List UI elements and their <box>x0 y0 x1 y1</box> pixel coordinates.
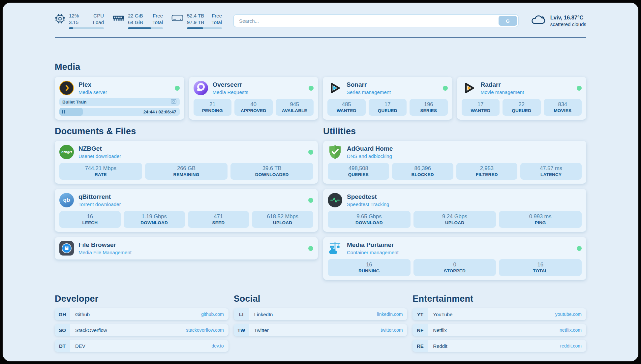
service-title: Radarr <box>481 81 524 88</box>
stat-label: DOWNLOAD <box>125 220 184 225</box>
video-session-icon <box>170 99 177 105</box>
disk-total-label: Total <box>211 19 222 26</box>
stat-available: 945 AVAILABLE <box>276 99 314 116</box>
stat-value: 17 <box>370 101 406 107</box>
stat-wanted: 17 WANTED <box>462 99 500 116</box>
stat-label: BLOCKED <box>393 172 452 177</box>
service-card-plex[interactable]: Plex Media server Bullet Train 24:44 / 0… <box>55 77 184 120</box>
service-subtitle: Container management <box>347 250 399 255</box>
bookmark-group-entertainment: Entertainment YT YouTube youtube.com NF … <box>412 294 586 352</box>
service-subtitle: Media File Management <box>78 250 132 255</box>
bookmark-dev[interactable]: DT DEV dev.to <box>55 340 229 352</box>
stat-value: 16 <box>500 261 580 268</box>
service-subtitle: Movie management <box>481 89 524 95</box>
disk-free-value: 52.4 TB <box>187 13 204 19</box>
bookmark-url: netflix.com <box>560 327 582 333</box>
disk-progress-fill <box>187 27 203 29</box>
service-card-portainer[interactable]: Media Portainer Container management 16 … <box>323 237 586 280</box>
service-title: Sonarr <box>347 81 391 88</box>
cpu-usage-value: 12% <box>69 13 79 19</box>
stat-seed: 471 SEED <box>188 211 249 228</box>
cpu-label: CPU <box>93 13 104 19</box>
status-dot <box>175 86 180 91</box>
service-card-qbittorrent[interactable]: qb qBittorrent Torrent downloader 16 LEE… <box>55 189 318 232</box>
stat-label: DOWNLOADED <box>232 172 312 177</box>
service-card-filebrowser[interactable]: File Browser Media File Management <box>55 237 318 259</box>
stat-value: 40 <box>236 101 271 107</box>
stat-series: 196 SERIES <box>410 99 448 116</box>
app-window: 12% 3.15 CPU Load <box>0 0 641 364</box>
service-subtitle: Speedtest Tracking <box>347 201 389 207</box>
bookmark-abbr: TW <box>234 324 249 336</box>
stat-ping: 0.993 ms PING <box>499 211 582 228</box>
service-title: Media Portainer <box>347 241 399 249</box>
stat-value: 498,508 <box>329 165 388 171</box>
stat-label: MOVIES <box>545 108 581 113</box>
bookmark-netflix[interactable]: NF Netflix netflix.com <box>412 324 586 336</box>
service-card-overseerr[interactable]: Overseerr Media Requests 21 PENDING 40 A… <box>189 77 319 120</box>
stat-value: 16 <box>329 261 409 268</box>
service-title: Plex <box>78 81 107 88</box>
section-title-social: Social <box>234 294 408 304</box>
now-playing-title: Bullet Train <box>62 100 87 105</box>
bookmark-group-developer: Developer GH Github github.com SO StackO… <box>55 294 229 352</box>
stat-remaining: 266 GB REMAINING <box>145 163 228 180</box>
bookmark-twitter[interactable]: TW Twitter twitter.com <box>234 324 408 336</box>
stat-label: TOTAL <box>500 268 580 273</box>
bookmark-name: YouTube <box>433 312 452 317</box>
service-title: Overseerr <box>213 81 248 88</box>
service-card-sonarr[interactable]: Sonarr Series management 485 WANTED 17 Q… <box>323 77 452 120</box>
memory-icon <box>112 14 124 23</box>
stat-upload: 618.52 Mbps UPLOAD <box>252 211 313 228</box>
stat-latency: 47.57 ms LATENCY <box>520 163 582 180</box>
bookmark-stackoverflow[interactable]: SO StackOverflow stackoverflow.com <box>55 324 229 336</box>
nzbget-icon: nzbget <box>59 145 74 159</box>
status-dot <box>308 198 313 203</box>
sonarr-icon <box>327 81 342 95</box>
status-dot <box>308 150 313 155</box>
stat-value: 471 <box>189 213 248 220</box>
service-title: Speedtest <box>347 193 389 200</box>
stat-value: 22 <box>504 101 539 107</box>
search-bar: G <box>233 14 519 27</box>
topbar-divider <box>55 37 586 38</box>
bookmark-github[interactable]: GH Github github.com <box>55 308 229 320</box>
utilities-column: Utilities AdGuard Home <box>323 126 586 280</box>
disk-widget: 52.4 TB 97.9 TB Free Total <box>171 13 222 29</box>
bookmark-name: DEV <box>75 343 85 349</box>
bookmark-reddit[interactable]: RE Reddit reddit.com <box>412 340 586 352</box>
search-input[interactable] <box>233 14 519 27</box>
service-card-adguard[interactable]: AdGuard Home DNS and adblocking 498,508 … <box>323 141 586 184</box>
now-playing-progress-bar: 24:44 / 02:06:47 <box>59 108 180 116</box>
stat-leech: 16 LEECH <box>59 211 121 228</box>
bookmark-name: Reddit <box>433 343 447 349</box>
stat-approved: 40 APPROVED <box>234 99 273 116</box>
bookmark-name: Netflix <box>433 327 447 333</box>
documents-column: Documents & Files nzbget NZBGet Usenet d… <box>55 126 318 280</box>
cpu-progress-fill <box>69 27 73 29</box>
disk-free-label: Free <box>211 13 222 19</box>
stat-value: 744.21 Mbps <box>61 165 141 171</box>
cpu-widget: 12% 3.15 CPU Load <box>55 13 104 29</box>
disk-total-value: 97.9 TB <box>187 19 204 26</box>
service-card-radarr[interactable]: Radarr Movie management 17 WANTED 22 QUE… <box>457 77 587 120</box>
service-card-speedtest[interactable]: Speedtest Speedtest Tracking 9.65 Gbps D… <box>323 189 586 232</box>
service-card-nzbget[interactable]: nzbget NZBGet Usenet downloader 744.21 M… <box>55 141 318 184</box>
stat-value: 21 <box>195 101 230 107</box>
memory-progress-bar <box>128 27 163 29</box>
stat-wanted: 485 WANTED <box>327 99 366 116</box>
bookmark-youtube[interactable]: YT YouTube youtube.com <box>412 308 586 320</box>
status-dot <box>577 86 582 91</box>
bookmark-url: reddit.com <box>560 343 582 349</box>
bookmark-name: LinkedIn <box>254 312 273 317</box>
service-title: qBittorrent <box>78 193 121 200</box>
service-subtitle: Media server <box>78 89 107 95</box>
bookmark-abbr: NF <box>412 324 428 336</box>
service-title: File Browser <box>78 241 132 249</box>
search-engine-button[interactable]: G <box>499 16 517 26</box>
cpu-load-value: 3.15 <box>69 19 79 26</box>
stat-value: 1.19 Gbps <box>125 213 184 220</box>
memory-free-value: 22 GiB <box>128 13 143 19</box>
bookmark-abbr: YT <box>412 308 428 320</box>
bookmark-linkedin[interactable]: LI LinkedIn linkedin.com <box>234 308 408 320</box>
